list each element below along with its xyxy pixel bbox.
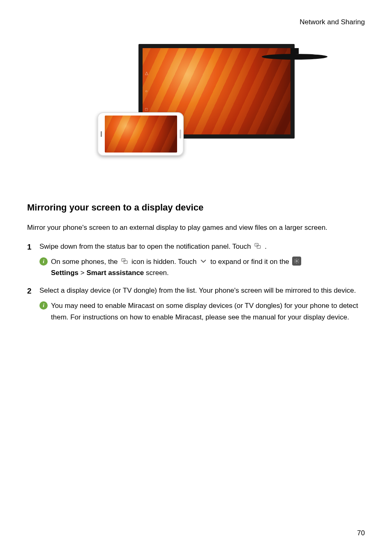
note-text: You may need to enable Miracast on some … <box>51 300 365 322</box>
note-text: icon is hidden. Touch <box>131 258 198 266</box>
step-number: 2 <box>27 285 39 325</box>
info-icon: i <box>39 257 48 266</box>
hero-illustration: △○□ <box>27 44 365 151</box>
note-bold: Smart assistance <box>86 269 144 277</box>
phone-device <box>97 112 184 156</box>
note-text: On some phones, the <box>51 258 120 266</box>
section-title: Mirroring your screen to a display devic… <box>27 200 365 215</box>
steps-list: 1 Swipe down from the status bar to open… <box>27 241 365 325</box>
chevron-down-icon <box>199 257 208 265</box>
step-text-after: . <box>265 243 267 250</box>
step-2: 2 Select a display device (or TV dongle)… <box>27 285 365 325</box>
chapter-header: Network and Sharing <box>27 16 365 28</box>
note-text: to expand or find it on the <box>210 258 291 266</box>
page-number: 70 <box>357 527 365 539</box>
settings-app-icon <box>292 257 301 266</box>
note-bold: Settings <box>51 269 78 277</box>
info-note: i You may need to enable Miracast on som… <box>39 300 365 322</box>
note-sep: > <box>78 269 86 277</box>
step-number: 1 <box>27 241 39 281</box>
section-intro: Mirror your phone's screen to an externa… <box>27 222 365 233</box>
step-text: Swipe down from the status bar to open t… <box>39 243 253 250</box>
note-text: screen. <box>144 269 168 277</box>
step-1: 1 Swipe down from the status bar to open… <box>27 241 365 281</box>
tv-nav-icons: △○□ <box>145 70 148 113</box>
info-icon: i <box>39 301 48 310</box>
cast-icon <box>254 242 262 250</box>
cast-icon <box>120 257 129 265</box>
step-text: Select a display device (or TV dongle) f… <box>39 287 356 294</box>
svg-point-6 <box>296 261 297 262</box>
info-note: i On some phones, the icon is hidden. T <box>39 256 365 278</box>
